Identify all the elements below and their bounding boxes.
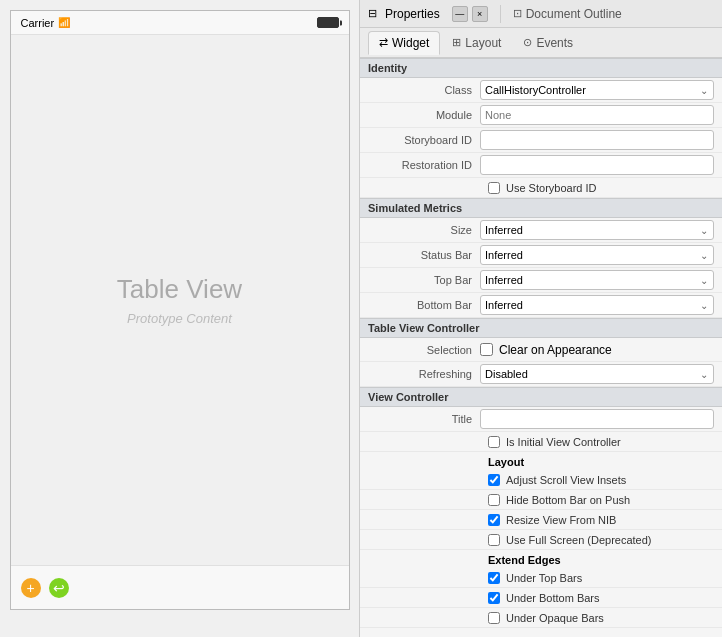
refreshing-row: Refreshing Disabled [360, 362, 722, 387]
properties-title: Properties [385, 7, 440, 21]
tab-events[interactable]: ⊙ Events [513, 32, 583, 54]
module-label: Module [360, 109, 480, 121]
storyboard-id-label: Storyboard ID [360, 134, 480, 146]
refreshing-select[interactable]: Disabled [480, 364, 714, 384]
refreshing-select-wrapper: Disabled [480, 364, 722, 384]
events-tab-label: Events [536, 36, 573, 50]
status-right [317, 17, 339, 28]
size-select[interactable]: Inferred [480, 220, 714, 240]
tab-widget[interactable]: ⇄ Widget [368, 31, 440, 55]
properties-content: Identity Class CallHistoryController Mod… [360, 58, 722, 637]
full-screen-row: Use Full Screen (Deprecated) [360, 530, 722, 550]
restoration-id-row: Restoration ID [360, 153, 722, 178]
class-select[interactable]: CallHistoryController [480, 80, 714, 100]
storyboard-id-row: Storyboard ID [360, 128, 722, 153]
green-button[interactable]: ↩ [49, 578, 69, 598]
under-opaque-row: Under Opaque Bars [360, 608, 722, 628]
module-row: Module [360, 103, 722, 128]
tvc-section-header: Table View Controller [360, 318, 722, 338]
status-bar-row: Status Bar Inferred [360, 243, 722, 268]
adjust-scroll-checkbox[interactable] [488, 474, 500, 486]
ios-table-view-content: Table View Prototype Content [11, 35, 349, 565]
top-bar-select-wrapper: Inferred [480, 270, 722, 290]
doc-outline-icon: ⊡ [513, 7, 522, 20]
module-value [480, 105, 722, 125]
simulated-metrics-header: Simulated Metrics [360, 198, 722, 218]
class-row: Class CallHistoryController [360, 78, 722, 103]
restoration-id-input[interactable] [480, 155, 714, 175]
widget-tab-icon: ⇄ [379, 36, 388, 49]
ios-device: Carrier 📶 Table View Prototype Content +… [10, 10, 350, 610]
extend-edges-label: Extend Edges [360, 550, 722, 568]
status-bar-label: Status Bar [360, 249, 480, 261]
tab-bar: ⇄ Widget ⊞ Layout ⊙ Events [360, 28, 722, 58]
events-tab-icon: ⊙ [523, 36, 532, 49]
bottom-bar-row: Bottom Bar Inferred [360, 293, 722, 318]
properties-panel: ⊟ Properties — × ⊡ Document Outline ⇄ Wi… [360, 0, 722, 637]
ios-bottom-bar: + ↩ [11, 565, 349, 609]
title-row: Title [360, 407, 722, 432]
bottom-bar-select-wrapper: Inferred [480, 295, 722, 315]
layout-subsection-label: Layout [360, 452, 722, 470]
collapse-button[interactable]: — [452, 6, 468, 22]
under-top-checkbox[interactable] [488, 572, 500, 584]
under-top-row: Under Top Bars [360, 568, 722, 588]
tab-layout[interactable]: ⊞ Layout [442, 32, 511, 54]
hide-bottom-checkbox[interactable] [488, 494, 500, 506]
restoration-id-value [480, 155, 722, 175]
identity-section-header: Identity [360, 58, 722, 78]
close-button[interactable]: × [472, 6, 488, 22]
is-initial-checkbox[interactable] [488, 436, 500, 448]
under-opaque-checkbox[interactable] [488, 612, 500, 624]
under-bottom-label: Under Bottom Bars [506, 592, 600, 604]
full-screen-checkbox[interactable] [488, 534, 500, 546]
status-left: Carrier 📶 [21, 17, 71, 29]
status-bar-select[interactable]: Inferred [480, 245, 714, 265]
refreshing-label: Refreshing [360, 368, 480, 380]
panel-controls: — × [452, 6, 488, 22]
carrier-label: Carrier [21, 17, 55, 29]
bottom-bar-select[interactable]: Inferred [480, 295, 714, 315]
selection-row: Selection Clear on Appearance [360, 338, 722, 362]
vc-section-header: View Controller [360, 387, 722, 407]
under-opaque-label: Under Opaque Bars [506, 612, 604, 624]
is-initial-label: Is Initial View Controller [506, 436, 621, 448]
module-input[interactable] [480, 105, 714, 125]
bottom-bar-label: Bottom Bar [360, 299, 480, 311]
class-select-wrapper: CallHistoryController [480, 80, 722, 100]
battery-icon [317, 17, 339, 28]
hide-bottom-row: Hide Bottom Bar on Push [360, 490, 722, 510]
use-storyboard-checkbox[interactable] [488, 182, 500, 194]
status-bar-select-wrapper: Inferred [480, 245, 722, 265]
clear-on-appearance-label: Clear on Appearance [499, 343, 612, 357]
widget-tab-label: Widget [392, 36, 429, 50]
header-divider [500, 5, 501, 23]
under-top-label: Under Top Bars [506, 572, 582, 584]
storyboard-id-input[interactable] [480, 130, 714, 150]
yellow-button[interactable]: + [21, 578, 41, 598]
prototype-content-label: Prototype Content [127, 311, 232, 326]
selection-label: Selection [360, 344, 480, 356]
table-view-label: Table View [117, 274, 242, 305]
ios-status-bar: Carrier 📶 [11, 11, 349, 35]
selection-value: Clear on Appearance [480, 343, 722, 357]
resize-view-label: Resize View From NIB [506, 514, 616, 526]
resize-view-checkbox[interactable] [488, 514, 500, 526]
under-bottom-checkbox[interactable] [488, 592, 500, 604]
top-bar-select[interactable]: Inferred [480, 270, 714, 290]
vc-title-value [480, 409, 722, 429]
full-screen-label: Use Full Screen (Deprecated) [506, 534, 652, 546]
properties-icon: ⊟ [368, 7, 377, 20]
size-label: Size [360, 224, 480, 236]
vc-title-input[interactable] [480, 409, 714, 429]
wifi-icon: 📶 [58, 17, 70, 28]
top-bar-row: Top Bar Inferred [360, 268, 722, 293]
adjust-scroll-label: Adjust Scroll View Insets [506, 474, 626, 486]
simulator-panel: Carrier 📶 Table View Prototype Content +… [0, 0, 360, 637]
size-select-wrapper: Inferred [480, 220, 722, 240]
resize-view-row: Resize View From NIB [360, 510, 722, 530]
document-outline-section: ⊡ Document Outline [513, 7, 622, 21]
use-storyboard-row: Use Storyboard ID [360, 178, 722, 198]
layout-tab-icon: ⊞ [452, 36, 461, 49]
clear-on-appearance-checkbox[interactable] [480, 343, 493, 356]
